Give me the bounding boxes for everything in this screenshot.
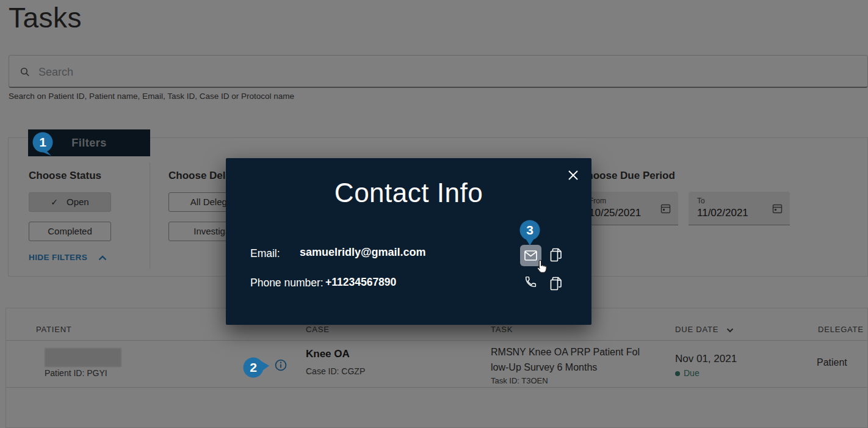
copy-email-icon[interactable] bbox=[550, 248, 563, 263]
modal-title: Contact Info bbox=[226, 178, 591, 208]
send-email-button[interactable] bbox=[520, 245, 541, 266]
copy-phone-icon[interactable] bbox=[550, 277, 563, 291]
phone-value: +11234567890 bbox=[325, 276, 396, 289]
contact-info-modal: Contact Info Email: samuelridly@gmail.co… bbox=[226, 158, 591, 325]
email-label: Email: bbox=[250, 247, 280, 260]
phone-icon[interactable] bbox=[524, 275, 537, 288]
phone-label: Phone number: bbox=[250, 277, 324, 289]
email-value: samuelridly@gmail.com bbox=[300, 246, 426, 259]
mail-icon bbox=[524, 250, 537, 261]
